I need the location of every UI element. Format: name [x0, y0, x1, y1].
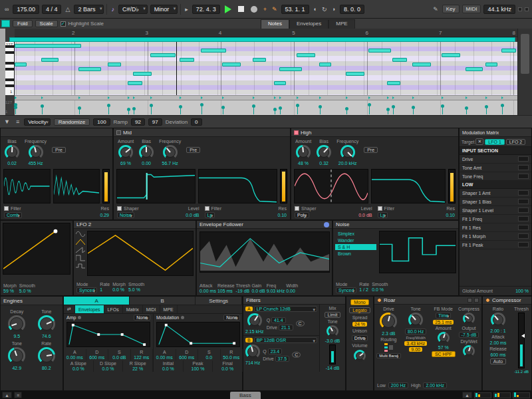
filter-a-c-button[interactable]: C	[296, 321, 305, 327]
device-power-toggle[interactable]	[485, 298, 490, 303]
output-value[interactable]: -7.5 dB	[459, 332, 479, 338]
fb-amount-value[interactable]: 57 %	[438, 345, 449, 350]
envf-gain[interactable]: Gain0.0 dB	[251, 283, 265, 293]
mid-filter-type-select[interactable]: Lp	[205, 212, 215, 218]
key-map-button[interactable]: Key	[442, 5, 460, 13]
engine-rate[interactable]: Rate80.2	[33, 341, 61, 370]
matrix-amount-box[interactable]	[518, 156, 529, 162]
tab-notes[interactable]: Notes	[261, 19, 289, 29]
velocity-marker[interactable]	[180, 106, 181, 114]
device-list-icon[interactable]: ≡	[14, 392, 22, 398]
mid-freq-knob[interactable]: Frequency 56.7 Hz	[159, 139, 181, 166]
ramp-start[interactable]: 92	[131, 118, 145, 126]
routing-select[interactable]: Multi Band	[376, 353, 400, 358]
piano-keys[interactable]	[5, 42, 15, 95]
r-value[interactable]: 50.0 ms	[223, 355, 239, 360]
draw-mode-icon[interactable]: ✎	[432, 6, 440, 13]
matrix-amount-box[interactable]	[518, 190, 529, 196]
matrix-tab-lfo1[interactable]: LFO 1	[485, 139, 504, 145]
lfo2-smooth[interactable]: Smooth5.0 %	[128, 282, 144, 293]
mod-envelope-display[interactable]	[156, 322, 240, 347]
velocity-marker[interactable]	[297, 105, 298, 114]
r-value[interactable]: 122 ms	[134, 355, 149, 360]
lfo1-display[interactable]	[3, 223, 70, 275]
filter-a-drive-value[interactable]: 21.1	[279, 325, 293, 331]
velocity-marker[interactable]	[275, 109, 275, 114]
swap-icon[interactable]: ⇄	[64, 305, 75, 313]
high-amount-value[interactable]: 48 %	[298, 161, 309, 166]
midi-note[interactable]	[41, 58, 59, 62]
velocity-marker[interactable]	[253, 106, 254, 114]
bar-number[interactable]: 4	[219, 30, 221, 36]
filter-b-freq[interactable]: 714 Hz	[245, 344, 260, 365]
low-pre-toggle[interactable]: Pre	[52, 147, 66, 153]
fb-time-value[interactable]: 25.1 ms	[433, 320, 454, 325]
routing-grid-icon[interactable]	[384, 343, 393, 352]
tab-settings[interactable]: Settings	[196, 297, 242, 305]
filter-enable-toggle[interactable]	[205, 206, 209, 211]
mid-shaper-type-select[interactable]: Noise	[117, 212, 134, 218]
device-fold-icon[interactable]	[474, 298, 479, 303]
midi-note[interactable]	[466, 67, 483, 71]
low-filter-type-select[interactable]: Comb	[4, 212, 22, 218]
a-slope-value[interactable]: 0.0 %	[72, 366, 84, 371]
matrix-amount-box[interactable]	[518, 174, 529, 179]
lfo2-rate[interactable]: Rate1	[100, 282, 110, 293]
mod-s[interactable]: S0.0	[198, 349, 221, 360]
loop-brace[interactable]	[9, 37, 515, 42]
attack-value[interactable]: 0.00 ms	[200, 289, 216, 293]
envf-freq[interactable]: Freq9.03 kHz	[267, 283, 285, 293]
shaper-enable-toggle[interactable]	[117, 206, 122, 211]
velocity-marker[interactable]	[201, 104, 202, 114]
high-bias-knob[interactable]: Bias 0.32	[317, 139, 331, 166]
bar-number[interactable]: 2	[72, 30, 74, 36]
automation-arm-icon[interactable]: ✎	[271, 6, 279, 13]
filter-gain-value[interactable]: -14 dB	[326, 366, 340, 370]
threshold-handle[interactable]	[521, 334, 525, 338]
midi-note[interactable]	[319, 63, 331, 66]
smooth-value[interactable]: 5.0 %	[128, 287, 140, 292]
matrix-amount-box[interactable]	[518, 216, 529, 221]
high-filter-type-select[interactable]: Lp	[378, 212, 388, 218]
noise-type-option[interactable]: S & H	[335, 244, 376, 250]
fold-clip-view-icon[interactable]: ▲	[2, 392, 12, 398]
bar-number[interactable]: 7	[439, 30, 442, 36]
matrix-amount-box[interactable]	[518, 199, 529, 204]
amp-r[interactable]: R122 ms	[131, 349, 154, 360]
width-value[interactable]: 0.00	[286, 289, 295, 293]
velocity-marker[interactable]	[346, 108, 347, 114]
square-shape-icon[interactable]	[76, 255, 85, 261]
a-value[interactable]: 0.00 ms	[66, 355, 83, 360]
bar-ruler[interactable]: 2345678	[15, 29, 517, 37]
bias-knob[interactable]	[317, 145, 331, 160]
smooth-value[interactable]: 0.0 %	[372, 287, 384, 292]
morph-value[interactable]: 59 %	[3, 289, 14, 293]
link-icon[interactable]: ∞	[3, 6, 10, 13]
highlight-scale-checkbox[interactable]: ✓	[61, 21, 66, 27]
scale-mode-button[interactable]: Scale	[35, 20, 58, 27]
low-split-value[interactable]: 200 Hz	[388, 382, 408, 388]
mid-freq-value[interactable]: 56.7 Hz	[162, 161, 178, 166]
matrix-tab-lfo2[interactable]: LFO 2	[506, 139, 525, 145]
high-shaper-type-select[interactable]: Poly	[295, 212, 309, 218]
clip-color-swatch[interactable]	[1, 20, 10, 27]
attack-value[interactable]: 2.00 ms	[490, 340, 507, 345]
midi-note[interactable]	[108, 63, 121, 66]
saw-shape-icon[interactable]	[76, 247, 85, 253]
filter-a-type-select[interactable]: LP Crunch 12dB	[254, 306, 317, 312]
velocity-marker[interactable]	[442, 106, 443, 114]
velocity-marker[interactable]	[134, 108, 134, 114]
amp-target-select[interactable]: None	[134, 315, 150, 321]
morph-value[interactable]: 0.0 %	[112, 287, 124, 292]
peak-value[interactable]: 100 %	[192, 366, 205, 371]
midi-note[interactable]	[387, 81, 400, 85]
fb-mode-select[interactable]: Time	[436, 313, 451, 319]
rate-value[interactable]: 1	[100, 287, 102, 292]
engine-tone1[interactable]: Tone74.6	[33, 309, 61, 338]
subtab-matrix[interactable]: Matrix	[123, 305, 143, 313]
low-bias-knob[interactable]: Bias 0.02	[5, 139, 19, 166]
filter-enable-toggle[interactable]	[378, 206, 382, 211]
lane-menu-icon[interactable]: ≡	[15, 118, 21, 125]
envf-width[interactable]: Width0.00	[286, 283, 298, 293]
midi-note[interactable]	[133, 72, 152, 76]
